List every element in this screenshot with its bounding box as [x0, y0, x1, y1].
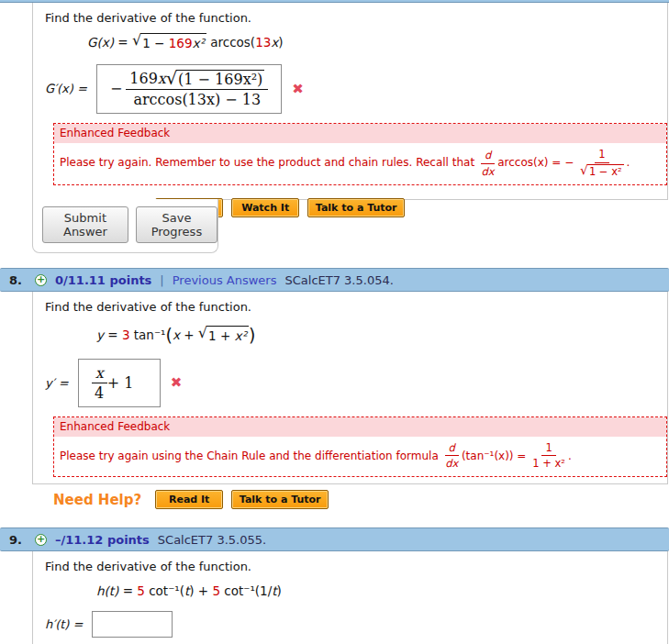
submit-bar: Submit Answer Save Progress [32, 199, 218, 253]
save-progress-button[interactable]: Save Progress [136, 206, 217, 243]
problem-prompt: Find the derivative of the function. [45, 11, 667, 25]
radical: √1 − x² [580, 164, 623, 179]
webassign-homework-page: Find the derivative of the function. G(x… [0, 0, 669, 644]
question-8-panel: Find the derivative of the function. y =… [32, 292, 668, 484]
question-number: 8. [9, 273, 35, 287]
points-score: –/11.12 points [55, 533, 150, 547]
fraction: 169x√(1 − 169x²)arccos(13x) − 13 [126, 70, 268, 109]
need-help-label: Need Help? [53, 492, 141, 508]
derivative-fraction: ddx [445, 441, 459, 472]
radical: √1 + x² [198, 326, 249, 345]
expand-points-icon[interactable]: + [35, 274, 47, 286]
textbook-reference: SCalcET7 3.5.055. [158, 533, 266, 547]
fraction: 1√1 − x² [580, 148, 623, 179]
close-paren: ) [249, 325, 255, 345]
feedback-title: Enhanced Feedback [54, 417, 666, 437]
fraction: x4 [92, 364, 107, 402]
answer-label: y′ = [45, 376, 69, 390]
derivative-fraction: ddx [481, 149, 495, 179]
answer-label: h′(t) = [45, 617, 83, 631]
talk-to-tutor-button[interactable]: Talk to a Tutor [231, 490, 329, 509]
answer-row: G′(x) = −169x√(1 − 169x²)arccos(13x) − 1… [45, 64, 667, 115]
question-9-header: 9. + –/11.12 points SCalcET7 3.5.055. [0, 527, 669, 551]
problem-prompt: Find the derivative of the function. [45, 560, 667, 573]
read-it-button[interactable]: Read It [155, 490, 223, 509]
open-paren: ( [165, 325, 172, 345]
need-help-row: Need Help? Read It Talk to a Tutor [53, 490, 667, 509]
incorrect-icon: ✖ [292, 81, 304, 97]
question-9-panel: Find the derivative of the function. h(t… [32, 551, 668, 644]
answer-input[interactable] [92, 611, 173, 638]
question-7-panel: Find the derivative of the function. G(x… [32, 3, 668, 200]
answer-label: G′(x) = [45, 82, 87, 95]
question-number: 9. [9, 533, 35, 547]
problem-formula: h(t) = 5 cot⁻¹(t) + 5 cot⁻¹(1/t) [96, 582, 667, 600]
separator: | [160, 273, 163, 287]
watch-it-button[interactable]: Watch It [231, 198, 299, 217]
fraction: 11 + x² [532, 441, 565, 472]
enhanced-feedback-box: Enhanced Feedback Please try again. Reme… [53, 123, 667, 185]
radical: √(1 − 169x²) [166, 70, 264, 88]
expand-points-icon[interactable]: + [35, 534, 47, 546]
answer-row: y′ = x4 + 1 ✖ [45, 359, 667, 407]
points-score: 0/11.11 points [55, 273, 151, 287]
feedback-message: Please try again using the Chain Rule an… [54, 437, 666, 477]
problem-formula: y = 3 tan⁻¹(x + √1 + x²) [96, 322, 667, 349]
feedback-message: Please try again. Remember to use the pr… [54, 143, 666, 184]
problem-prompt: Find the derivative of the function. [45, 300, 667, 314]
answer-box[interactable]: x4 + 1 [78, 359, 161, 407]
textbook-reference: SCalcET7 3.5.054. [284, 273, 393, 287]
incorrect-icon: ✖ [171, 374, 183, 391]
answer-box[interactable]: −169x√(1 − 169x²)arccos(13x) − 13 [96, 64, 282, 115]
problem-formula: G(x) = √1 − 169x² arccos(13x) [87, 33, 667, 53]
question-8-header: 8. + 0/11.11 points | Previous Answers S… [0, 268, 669, 292]
answer-row: h′(t) = [45, 611, 667, 638]
enhanced-feedback-box: Enhanced Feedback Please try again using… [53, 416, 667, 478]
talk-to-tutor-button[interactable]: Talk to a Tutor [307, 198, 405, 217]
submit-answer-button[interactable]: Submit Answer [42, 206, 128, 243]
previous-answers-link[interactable]: Previous Answers [173, 273, 277, 287]
radical: √1 − 169x² [132, 33, 206, 52]
feedback-title: Enhanced Feedback [54, 124, 666, 143]
